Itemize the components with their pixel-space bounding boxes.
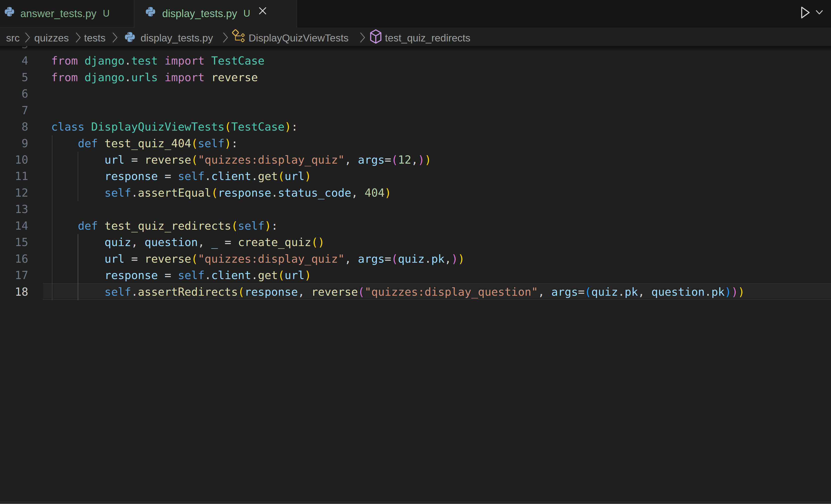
code-token: ( [358, 286, 365, 298]
code-line[interactable]: from django.urls import reverse [51, 69, 258, 86]
tab-display-tests[interactable]: display_tests.pyU [134, 0, 296, 28]
code-token [51, 170, 105, 183]
breadcrumb-item[interactable]: DisplayQuizViewTests [249, 29, 349, 48]
code-token: reverse [211, 71, 258, 84]
code-token: test_quiz_redirects [105, 219, 231, 232]
breadcrumb-chevron-icon [75, 32, 81, 43]
code-token: "quizzes:display_quiz" [198, 253, 345, 265]
code-token [124, 253, 131, 265]
code-token: urls [131, 71, 158, 84]
line-number[interactable]: 18 [0, 284, 28, 300]
breadcrumb-item[interactable]: src [6, 29, 20, 48]
line-number[interactable]: 9 [0, 135, 28, 152]
code-token: ) [725, 286, 732, 298]
code-token: . [271, 186, 278, 199]
code-token [231, 236, 238, 249]
code-token [138, 236, 145, 249]
code-token: test [131, 54, 158, 67]
code-token: class [51, 120, 84, 133]
breadcrumb-chevron-icon [25, 32, 31, 43]
code-token: reverse [145, 253, 191, 265]
tab-label: answer_tests.py [20, 0, 96, 27]
code-token: quiz [398, 253, 425, 265]
breadcrumb-item[interactable]: test_quiz_redirects [385, 29, 470, 48]
code-token: response [105, 269, 158, 282]
code-token: ( [278, 170, 285, 183]
line-number[interactable]: 4 [0, 53, 28, 69]
close-icon[interactable] [259, 7, 266, 14]
code-token [205, 54, 211, 67]
code-line[interactable]: response = self.client.get(url) [51, 168, 311, 184]
line-number[interactable]: 6 [0, 86, 28, 102]
chevron-down-icon[interactable] [815, 9, 823, 16]
code-line[interactable]: from django.test import TestCase [51, 53, 264, 69]
code-line[interactable]: response = self.client.get(url) [51, 267, 311, 284]
code-token: , [351, 186, 358, 199]
code-token: question [652, 286, 705, 298]
line-number[interactable]: 8 [0, 119, 28, 135]
tab-separator [296, 0, 297, 28]
code-line[interactable]: class DisplayQuizViewTests(TestCase): [51, 119, 298, 135]
code-token [51, 253, 105, 265]
code-token: . [618, 286, 625, 298]
code-token [51, 219, 78, 232]
line-number[interactable]: 14 [0, 218, 28, 234]
code-line[interactable]: url = reverse("quizzes:display_quiz", ar… [51, 152, 431, 168]
line-number[interactable]: 15 [0, 234, 28, 250]
line-number[interactable]: 10 [0, 152, 28, 168]
code-token: from [51, 71, 78, 84]
python-icon [146, 6, 155, 17]
code-token: 404 [365, 186, 385, 199]
code-token: ) [225, 137, 231, 150]
code-token [138, 253, 145, 265]
code-token: , [538, 286, 545, 298]
code-token: . [124, 71, 131, 84]
code-token: client [211, 269, 251, 282]
code-token: pk [431, 253, 445, 265]
code-line[interactable]: self.assertEqual(response.status_code, 4… [51, 185, 391, 201]
python-icon [5, 6, 14, 17]
code-line[interactable]: def test_quiz_redirects(self): [51, 218, 278, 234]
code-token: ( [391, 253, 398, 265]
code-token: ( [231, 219, 238, 232]
code-token: ) [458, 253, 465, 265]
code-token: url [105, 253, 125, 265]
line-number[interactable]: 11 [0, 168, 28, 184]
breadcrumb-item[interactable]: tests [84, 29, 106, 48]
code-line[interactable]: self.assertRedirects(response, reverse("… [51, 284, 745, 300]
tab-bar: answer_tests.pyU display_tests.pyU [0, 0, 831, 28]
run-play-icon[interactable] [800, 6, 811, 19]
code-token: . [425, 253, 431, 265]
breadcrumb-item[interactable]: display_tests.py [141, 29, 213, 48]
code-token: self [178, 170, 204, 183]
line-number[interactable]: 13 [0, 201, 28, 217]
code-token: self [105, 286, 131, 298]
code-token [138, 153, 145, 166]
code-token [645, 286, 652, 298]
line-number[interactable]: 5 [0, 69, 28, 86]
code-token: = [385, 153, 392, 166]
line-number[interactable]: 17 [0, 267, 28, 284]
code-token: . [205, 170, 211, 183]
breadcrumb-item[interactable]: quizzes [34, 29, 69, 48]
code-token: url [285, 269, 305, 282]
code-line[interactable]: url = reverse("quizzes:display_quiz", ar… [51, 251, 465, 267]
code-token: reverse [311, 286, 358, 298]
line-number[interactable]: 12 [0, 185, 28, 201]
code-line[interactable]: quiz, question, _ = create_quiz() [51, 234, 324, 250]
code-token: assertEqual [138, 186, 211, 199]
code-token: ) [264, 219, 271, 232]
line-number[interactable]: 16 [0, 251, 28, 267]
code-token [84, 120, 91, 133]
breadcrumbs: srcquizzestestsdisplay_tests.pyDisplayQu… [0, 28, 831, 46]
code-token: : [291, 120, 298, 133]
code-token: = [385, 253, 392, 265]
line-number[interactable]: 7 [0, 102, 28, 119]
code-token [78, 71, 84, 84]
git-untracked-badge: U [103, 0, 110, 27]
code-editor[interactable]: 3456789101112131415161718 from django.te… [0, 46, 831, 502]
code-token: = [578, 286, 584, 298]
tab-answer-tests[interactable]: answer_tests.pyU [0, 0, 134, 28]
code-token: ) [318, 236, 324, 249]
code-line[interactable]: def test_quiz_404(self): [51, 135, 238, 152]
